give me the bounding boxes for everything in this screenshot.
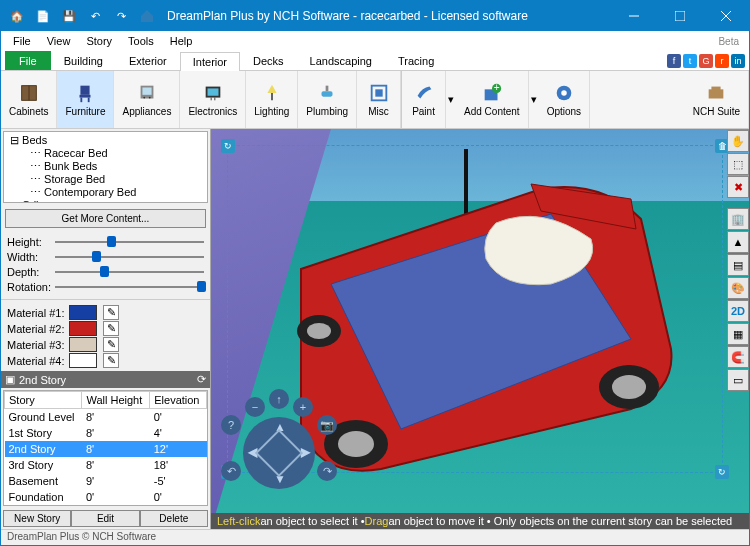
tree-node[interactable]: ⋯ Contemporary Bed: [6, 186, 205, 199]
tab-exterior[interactable]: Exterior: [116, 51, 180, 70]
menu-help[interactable]: Help: [162, 35, 201, 47]
pan-up-icon[interactable]: ↑: [269, 389, 289, 409]
minimize-button[interactable]: [611, 1, 657, 31]
story-col-header[interactable]: Story: [5, 392, 82, 409]
camera-icon[interactable]: 📷: [317, 415, 337, 435]
zoom-in-icon[interactable]: +: [293, 397, 313, 417]
tree-node[interactable]: ⋯ Bunk Beds: [6, 160, 205, 173]
save-icon[interactable]: 💾: [57, 4, 81, 28]
tool-delete-icon[interactable]: ✖: [727, 176, 749, 198]
tool-select-icon[interactable]: ⬚: [727, 153, 749, 175]
tool-palette-icon[interactable]: 🎨: [727, 277, 749, 299]
furniture-tree[interactable]: ⊟ Beds⋯ Racecar Bed⋯ Bunk Beds⋯ Storage …: [3, 131, 208, 203]
ribbon-appliances[interactable]: Appliances: [114, 71, 180, 128]
tool-minus-icon[interactable]: ▭: [727, 369, 749, 391]
tab-building[interactable]: Building: [51, 51, 116, 70]
tab-landscaping[interactable]: Landscaping: [297, 51, 385, 70]
ribbon-misc[interactable]: Misc: [357, 71, 401, 128]
material-swatch[interactable]: [69, 305, 97, 320]
tab-tracing[interactable]: Tracing: [385, 51, 447, 70]
nav-disc[interactable]: ▲ ▼ ◀ ▶: [243, 417, 315, 489]
tool-roof-icon[interactable]: ▲: [727, 231, 749, 253]
eyedropper-icon[interactable]: ✎: [103, 305, 119, 320]
ribbon-options[interactable]: Options: [539, 71, 590, 128]
tab-interior[interactable]: Interior: [180, 52, 240, 71]
tree-node[interactable]: ⊟ Cribs: [6, 199, 205, 203]
story-row[interactable]: Ground Level8'0': [5, 409, 207, 426]
ribbon-add-content[interactable]: +Add Content: [456, 71, 529, 128]
svg-text:+: +: [493, 82, 499, 93]
tool-deck-icon[interactable]: ▤: [727, 254, 749, 276]
material-swatch[interactable]: [69, 321, 97, 336]
material-row: Material #3:✎: [7, 337, 204, 352]
story-row[interactable]: 2nd Story8'12': [5, 441, 207, 457]
maximize-button[interactable]: [657, 1, 703, 31]
undo-icon[interactable]: ↶: [83, 4, 107, 28]
ribbon-paint[interactable]: Paint: [402, 71, 446, 128]
story-panel-header[interactable]: ▣ 2nd Story ⟳: [1, 371, 210, 388]
navigation-control[interactable]: ? − ↑ + 📷 ▲ ▼ ◀ ▶ ↶ ↷: [221, 389, 341, 489]
ribbon-nch-suite[interactable]: NCH Suite: [685, 71, 749, 128]
tool-hand-icon[interactable]: ✋: [727, 130, 749, 152]
tree-node[interactable]: ⋯ Racecar Bed: [6, 147, 205, 160]
delete-button[interactable]: Delete: [140, 510, 208, 527]
rotate-handle-tl[interactable]: ↻: [221, 139, 235, 153]
story-row[interactable]: Basement9'-5': [5, 473, 207, 489]
tree-node[interactable]: ⊟ Beds: [6, 134, 205, 147]
reddit-icon[interactable]: r: [715, 54, 729, 68]
tool-2D-icon[interactable]: 2D: [727, 300, 749, 322]
ribbon-electronics[interactable]: Electronics: [180, 71, 246, 128]
ribbon-paint-dropdown[interactable]: ▾: [446, 71, 456, 128]
slider-rotation[interactable]: Rotation:: [7, 280, 204, 294]
google-plus-icon[interactable]: G: [699, 54, 713, 68]
help-icon[interactable]: ?: [221, 415, 241, 435]
material-swatch[interactable]: [69, 337, 97, 352]
rotate-left-icon[interactable]: ↶: [221, 461, 241, 481]
menu-story[interactable]: Story: [78, 35, 120, 47]
slider-depth[interactable]: Depth:: [7, 265, 204, 279]
facebook-icon[interactable]: f: [667, 54, 681, 68]
svg-rect-17: [207, 88, 218, 95]
home-icon[interactable]: 🏠: [5, 4, 29, 28]
3d-viewport[interactable]: ↻ 🗑 ↻ ↻ ? − ↑ + 📷 ▲ ▼ ◀ ▶ ↶ ↷: [211, 129, 749, 529]
collapse-icon[interactable]: ▣: [5, 373, 15, 386]
twitter-icon[interactable]: t: [683, 54, 697, 68]
close-button[interactable]: [703, 1, 749, 31]
rotate-handle-br[interactable]: ↻: [715, 465, 729, 479]
eyedropper-icon[interactable]: ✎: [103, 337, 119, 352]
rotate-right-icon[interactable]: ↷: [317, 461, 337, 481]
ribbon-plumbing[interactable]: Plumbing: [298, 71, 357, 128]
tool-grid-icon[interactable]: ▦: [727, 323, 749, 345]
eyedropper-icon[interactable]: ✎: [103, 353, 119, 368]
story-col-header[interactable]: Elevation: [150, 392, 207, 409]
tool-magnet-icon[interactable]: 🧲: [727, 346, 749, 368]
new-story-button[interactable]: New Story: [3, 510, 71, 527]
edit-button[interactable]: Edit: [71, 510, 139, 527]
ribbon-furniture[interactable]: Furniture: [57, 71, 114, 128]
story-row[interactable]: 1st Story8'4': [5, 425, 207, 441]
ribbon-add content-dropdown[interactable]: ▾: [529, 71, 539, 128]
story-col-header[interactable]: Wall Height: [82, 392, 150, 409]
menu-tools[interactable]: Tools: [120, 35, 162, 47]
get-more-content-button[interactable]: Get More Content...: [5, 209, 206, 228]
redo-icon[interactable]: ↷: [109, 4, 133, 28]
linkedin-icon[interactable]: in: [731, 54, 745, 68]
material-swatch[interactable]: [69, 353, 97, 368]
story-row[interactable]: 3rd Story8'18': [5, 457, 207, 473]
tool-building-icon[interactable]: 🏢: [727, 208, 749, 230]
svg-point-14: [143, 97, 145, 99]
slider-height[interactable]: Height:: [7, 235, 204, 249]
story-row[interactable]: Foundation0'0': [5, 489, 207, 505]
tree-node[interactable]: ⋯ Storage Bed: [6, 173, 205, 186]
file-tab[interactable]: File: [5, 51, 51, 70]
new-icon[interactable]: 📄: [31, 4, 55, 28]
slider-width[interactable]: Width:: [7, 250, 204, 264]
tab-decks[interactable]: Decks: [240, 51, 297, 70]
menu-file[interactable]: File: [5, 35, 39, 47]
eyedropper-icon[interactable]: ✎: [103, 321, 119, 336]
refresh-icon[interactable]: ⟳: [197, 373, 206, 386]
menu-view[interactable]: View: [39, 35, 79, 47]
ribbon-cabinets[interactable]: Cabinets: [1, 71, 57, 128]
ribbon-lighting[interactable]: Lighting: [246, 71, 298, 128]
zoom-out-icon[interactable]: −: [245, 397, 265, 417]
